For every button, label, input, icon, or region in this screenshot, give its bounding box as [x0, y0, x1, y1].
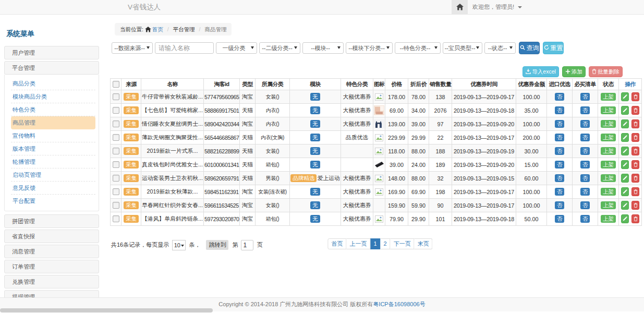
- edit-icon: [623, 189, 627, 195]
- price-cell: 148.00: [385, 172, 408, 185]
- price-cell: 178.00: [385, 90, 408, 104]
- sidebar-submenu-item[interactable]: 版本管理: [11, 142, 95, 155]
- item-type-select[interactable]: --宝贝类型--: [443, 42, 482, 54]
- sales-cell: 22: [429, 131, 452, 145]
- must-buy-cell: 否: [573, 104, 598, 117]
- row-checkbox[interactable]: [113, 215, 119, 222]
- horizontal-scrollbar-thumb[interactable]: [0, 308, 213, 312]
- home-shortcut-button[interactable]: [452, 0, 468, 14]
- batch-delete-button[interactable]: 批量删除: [589, 66, 623, 77]
- edit-button[interactable]: [621, 119, 629, 128]
- sidebar-group[interactable]: 用户管理: [4, 46, 99, 59]
- reset-button[interactable]: 重置: [543, 42, 564, 54]
- col-source: 来源: [121, 79, 141, 90]
- module-badge: 无: [310, 93, 320, 101]
- page-number-input[interactable]: [241, 240, 253, 250]
- module-subcategory-select[interactable]: --模块下分类--: [346, 42, 393, 54]
- row-checkbox[interactable]: [113, 202, 119, 209]
- sidebar-submenu-item[interactable]: 特色分类: [11, 103, 95, 116]
- level1-category-select[interactable]: 一级分类: [216, 42, 257, 54]
- status-badge: 上架: [601, 93, 616, 101]
- pagination-button[interactable]: 首页: [327, 238, 346, 249]
- delete-button[interactable]: [631, 147, 639, 155]
- copyright-text: Copyright © 2014-2018 广州九驰网络科技有限公司 版权所有: [218, 301, 373, 307]
- pagination-button[interactable]: 末页: [415, 238, 433, 249]
- data-source-select[interactable]: --数据来源--: [112, 42, 153, 54]
- status-select[interactable]: --状态--: [484, 42, 516, 54]
- table-row: 采集 2019新款女秋薄款... 598451162391 淘宝 女装(连衣裙)…: [111, 185, 642, 199]
- row-checkbox[interactable]: [113, 188, 119, 195]
- add-button[interactable]: 添加: [562, 66, 586, 77]
- feature-category-select[interactable]: --特色分类--: [395, 42, 441, 54]
- pagination-button[interactable]: 1: [370, 238, 380, 249]
- edit-button[interactable]: [621, 214, 629, 223]
- sales-cell: 189: [429, 158, 452, 172]
- import-excel-button[interactable]: 导入excel: [523, 66, 559, 77]
- sidebar-submenu-item[interactable]: 模块商品分类: [11, 90, 95, 103]
- coupon-amount-cell: 50.00: [516, 212, 547, 226]
- sidebar-submenu-item[interactable]: 商品分类: [11, 77, 95, 90]
- sidebar-submenu-item[interactable]: 宣传物料: [11, 129, 95, 142]
- user-menu[interactable]: 欢迎您，管理员!: [472, 0, 522, 14]
- edit-button[interactable]: [621, 187, 629, 196]
- query-button[interactable]: 查询: [519, 42, 540, 54]
- row-checkbox[interactable]: [113, 121, 119, 127]
- row-checkbox[interactable]: [113, 148, 119, 154]
- icp-link[interactable]: 粤ICP备16098006号: [373, 301, 425, 307]
- jump-button[interactable]: 跳转到: [206, 240, 228, 250]
- sidebar-group[interactable]: 消息管理: [4, 245, 99, 258]
- sidebar-submenu-item[interactable]: 平台配置: [11, 195, 95, 208]
- module-cell: 品牌精选爱上运动: [290, 172, 341, 185]
- sidebar-group[interactable]: 兑换管理: [4, 275, 99, 288]
- name-search-input[interactable]: [155, 42, 214, 54]
- row-checkbox[interactable]: [113, 93, 119, 100]
- sidebar-submenu-item[interactable]: 轮播管理: [11, 155, 95, 168]
- must-buy-cell: 否: [573, 172, 598, 185]
- delete-button[interactable]: [631, 133, 639, 142]
- delete-button[interactable]: [631, 92, 639, 101]
- sidebar-submenu-item[interactable]: 启动页管理: [11, 168, 95, 182]
- sidebar-group[interactable]: 省直快报: [4, 230, 99, 243]
- edit-icon: [623, 202, 627, 209]
- delete-button[interactable]: [631, 201, 639, 210]
- delete-button[interactable]: [631, 106, 639, 115]
- sales-cell: 138: [429, 90, 452, 104]
- delete-button[interactable]: [631, 174, 639, 183]
- edit-button[interactable]: [621, 92, 629, 101]
- row-checkbox[interactable]: [113, 161, 119, 168]
- edit-button[interactable]: [621, 106, 629, 115]
- delete-button[interactable]: [631, 214, 639, 223]
- imported-cell: 否: [547, 90, 573, 104]
- coupon-amount-cell: 100.00: [516, 117, 547, 131]
- sidebar-submenu-item[interactable]: 意见反馈: [11, 182, 95, 195]
- must-buy-badge: 否: [580, 93, 590, 101]
- select-all-checkbox[interactable]: [113, 81, 119, 88]
- pagination-button[interactable]: 上一页: [346, 238, 370, 249]
- status-cell: 上架: [598, 172, 619, 185]
- discount-price-cell: 88.00: [408, 145, 429, 158]
- edit-button[interactable]: [621, 160, 629, 169]
- edit-button[interactable]: [621, 201, 629, 210]
- icon-cell: [373, 158, 385, 172]
- delete-button[interactable]: [631, 160, 639, 169]
- breadcrumb-home-link[interactable]: 首页: [152, 26, 163, 32]
- edit-button[interactable]: [621, 147, 629, 155]
- level2-category-select[interactable]: --二级分类--: [259, 42, 300, 54]
- sidebar-group[interactable]: 平台管理: [4, 61, 99, 75]
- sidebar-submenu-item[interactable]: 商品管理: [11, 116, 95, 129]
- pagination-button[interactable]: 下一页: [391, 238, 415, 249]
- delete-button[interactable]: [631, 119, 639, 128]
- module-select[interactable]: --模块--: [302, 42, 344, 54]
- pagination-button[interactable]: 2: [381, 238, 391, 249]
- page-size-select[interactable]: 10: [172, 240, 186, 250]
- sidebar-group[interactable]: 订单管理: [4, 260, 99, 273]
- row-checkbox[interactable]: [113, 134, 119, 141]
- row-checkbox[interactable]: [113, 107, 119, 114]
- row-select-cell: [111, 90, 121, 104]
- edit-button[interactable]: [621, 174, 629, 183]
- delete-button[interactable]: [631, 187, 639, 196]
- sidebar-group[interactable]: 拼团管理: [4, 214, 99, 228]
- row-checkbox[interactable]: [113, 175, 119, 182]
- pagination-bar: 共16条记录，每页显示 10 条， 跳转到 第 页 首页上一页12下一页末页: [110, 238, 642, 250]
- edit-button[interactable]: [621, 133, 629, 142]
